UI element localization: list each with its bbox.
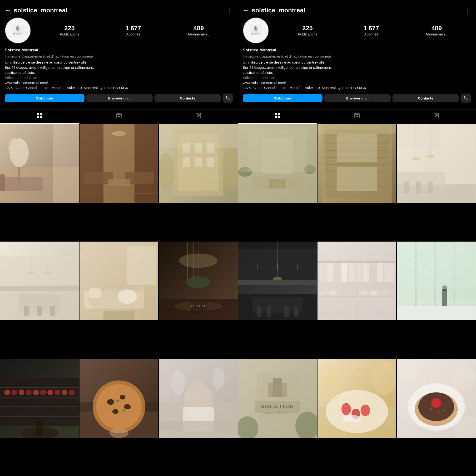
svg-text:SOLSTICE: SOLSTICE xyxy=(13,32,23,34)
grid-item-right-2[interactable] xyxy=(318,124,396,203)
svg-rect-72 xyxy=(127,246,156,285)
svg-point-143 xyxy=(357,114,357,114)
svg-point-109 xyxy=(107,399,114,405)
svg-rect-29 xyxy=(0,177,43,191)
svg-point-18 xyxy=(117,114,118,114)
svg-rect-48 xyxy=(195,143,202,153)
contacts-button-left[interactable]: Contacts xyxy=(154,94,221,102)
grid-item-left-4[interactable] xyxy=(0,241,79,321)
grid-item-right-1[interactable] xyxy=(238,124,317,203)
action-buttons-left: S'abonner Envoyer un... Contacts xyxy=(5,94,233,102)
svg-point-272 xyxy=(432,399,441,408)
svg-rect-4 xyxy=(17,29,19,31)
bio-name-right: Solstice Montreal xyxy=(243,47,471,53)
svg-rect-174 xyxy=(397,172,444,186)
subscribe-button-left[interactable]: S'abonner xyxy=(5,94,85,102)
tabs-row-left xyxy=(0,109,238,124)
tab-grid-left[interactable] xyxy=(0,109,79,124)
reels-icon-right xyxy=(354,113,360,120)
grid-item-left-6[interactable]: SOLSTICE xyxy=(159,241,238,321)
back-button-left[interactable]: ← xyxy=(5,7,11,14)
stat-followers-left[interactable]: 1 677 Abonnés xyxy=(126,25,141,36)
username-right: solstice_montreal xyxy=(252,7,462,14)
stat-publications-right[interactable]: 225 Publications xyxy=(298,25,317,36)
back-button-right[interactable]: ← xyxy=(243,7,249,14)
stat-publications-left[interactable]: 225 Publications xyxy=(60,25,79,36)
svg-point-253 xyxy=(341,403,351,415)
svg-rect-170 xyxy=(318,124,396,134)
grid-item-right-6[interactable] xyxy=(397,241,476,321)
grid-item-right-4[interactable] xyxy=(238,241,317,321)
bio-link-right[interactable]: www.solsticemontreal.com/ xyxy=(243,80,471,85)
grid-item-left-3[interactable] xyxy=(159,124,238,203)
tab-reels-right[interactable] xyxy=(317,109,396,124)
svg-rect-13 xyxy=(37,116,39,118)
grid-item-right-8[interactable] xyxy=(318,359,396,438)
more-button-left[interactable]: ⋮ xyxy=(227,7,233,14)
username-left: solstice_montreal xyxy=(14,7,224,14)
svg-point-98 xyxy=(47,390,53,395)
message-button-left[interactable]: Envoyer un... xyxy=(86,94,153,102)
bio-link-left[interactable]: www.solsticemontreal.com/ xyxy=(5,80,233,85)
grid-item-right-7[interactable]: SOLSTICE MONTRÉAL xyxy=(238,359,317,438)
svg-point-73 xyxy=(118,289,136,304)
tab-tagged-right[interactable] xyxy=(396,109,476,124)
svg-point-108 xyxy=(96,384,142,430)
subscribe-button-right[interactable]: S'abonner xyxy=(243,94,323,102)
svg-rect-168 xyxy=(337,134,377,162)
grid-item-left-9[interactable] xyxy=(159,359,238,438)
svg-point-259 xyxy=(345,408,346,409)
svg-rect-200 xyxy=(320,262,326,282)
svg-rect-208 xyxy=(377,262,383,282)
grid-item-left-2[interactable] xyxy=(80,124,158,203)
svg-rect-69 xyxy=(89,288,101,298)
stat-followers-right[interactable]: 1 677 Abonnés xyxy=(364,25,379,36)
bio-translate-left[interactable]: Afficher la traduction xyxy=(5,75,233,80)
stat-label-pub-left: Publications xyxy=(60,32,79,36)
svg-point-113 xyxy=(116,400,119,402)
stat-following-right[interactable]: 489 Abonnemen... xyxy=(425,25,448,36)
svg-point-8 xyxy=(226,96,228,98)
message-button-right[interactable]: Envoyer un... xyxy=(324,94,391,102)
add-person-icon-right xyxy=(463,96,468,101)
svg-rect-14 xyxy=(40,116,42,118)
stat-label-fow-right: Abonnemen... xyxy=(425,32,448,36)
grid-item-left-5[interactable] xyxy=(80,241,158,321)
add-person-button-left[interactable] xyxy=(222,94,233,102)
add-person-button-right[interactable] xyxy=(460,94,471,102)
svg-rect-33 xyxy=(80,124,103,203)
grid-item-left-7[interactable] xyxy=(0,359,79,438)
stat-label-fol-left: Abonnés xyxy=(126,32,140,36)
svg-rect-60 xyxy=(50,306,55,316)
bio-text-right: Un milieu de vie se dessine au cœur du c… xyxy=(243,60,471,75)
grid-item-left-1[interactable] xyxy=(0,124,79,203)
bio-translate-right[interactable]: Afficher la traduction xyxy=(243,75,471,80)
svg-text:SOLSTICE: SOLSTICE xyxy=(190,305,206,308)
stat-following-left[interactable]: 489 Abonnemen... xyxy=(187,25,210,36)
svg-rect-123 xyxy=(159,421,238,431)
tab-grid-right[interactable] xyxy=(238,109,317,124)
tab-reels-left[interactable] xyxy=(79,109,158,124)
image-grid-left: SOLSTICE xyxy=(0,124,238,476)
grid-item-right-5[interactable] xyxy=(318,241,396,321)
stat-label-fol-right: Abonnés xyxy=(364,32,378,36)
svg-point-93 xyxy=(11,390,17,395)
tab-tagged-left[interactable] xyxy=(158,109,238,124)
grid-item-right-9[interactable] xyxy=(397,359,476,438)
bio-tagline-left: Immeuble d'appartements et d'habitation … xyxy=(5,54,233,59)
svg-point-261 xyxy=(342,415,361,423)
grid-item-right-3[interactable] xyxy=(397,124,476,203)
svg-rect-223 xyxy=(380,290,387,295)
more-button-right[interactable]: ⋮ xyxy=(465,7,471,14)
svg-rect-55 xyxy=(0,256,79,285)
svg-text:MONTRÉAL: MONTRÉAL xyxy=(264,411,290,414)
grid-item-left-8[interactable] xyxy=(80,359,158,438)
svg-point-142 xyxy=(355,114,356,114)
svg-point-19 xyxy=(119,114,119,114)
svg-point-95 xyxy=(26,390,32,395)
svg-point-274 xyxy=(430,408,431,410)
svg-point-22 xyxy=(198,116,199,116)
contacts-button-right[interactable]: Contacts xyxy=(392,94,459,102)
svg-point-100 xyxy=(62,390,67,395)
svg-rect-222 xyxy=(370,290,377,295)
